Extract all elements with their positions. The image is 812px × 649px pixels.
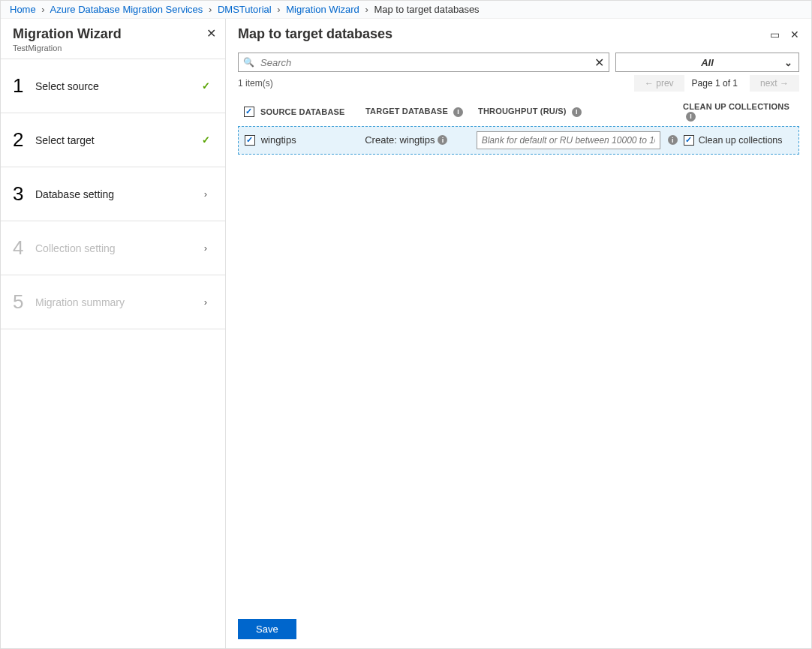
chevron-right-icon: › [41,4,44,15]
step-collection-setting[interactable]: 4 Collection setting › [1,221,225,275]
search-input[interactable] [259,56,594,69]
cleanup-label: Clean up collections [699,135,783,146]
column-throughput: Throughput (RU/s) [478,107,567,116]
chevron-right-icon: › [198,188,213,200]
save-button[interactable]: Save [238,619,296,639]
column-source-database: Source database [260,107,345,116]
search-input-wrap: 🔍 ✕ [238,53,609,72]
info-icon[interactable]: i [668,135,678,145]
step-select-source[interactable]: 1 Select source ✓ [1,59,225,113]
sidebar-subtitle: TestMigration [13,44,213,53]
step-number: 2 [13,128,35,152]
throughput-input[interactable] [477,131,660,149]
row-checkbox[interactable] [245,135,255,146]
restore-window-icon[interactable]: ▭ [770,29,780,41]
step-number: 3 [13,182,35,206]
prev-page-button[interactable]: ← prev [634,75,684,92]
close-icon[interactable]: ✕ [206,26,216,41]
cleanup-checkbox[interactable] [684,135,694,146]
step-label: Select source [35,80,198,92]
source-database-value: wingtips [261,134,296,146]
info-icon[interactable]: i [686,112,696,122]
next-page-button[interactable]: next → [750,75,799,92]
info-icon[interactable]: i [572,107,582,117]
info-icon[interactable]: i [438,135,447,145]
chevron-right-icon: › [365,4,368,15]
step-number: 1 [13,74,35,98]
filter-selected-label: All [701,57,714,68]
step-label: Select target [35,134,198,146]
page-indicator: Page 1 of 1 [692,78,738,89]
step-migration-summary[interactable]: 5 Migration summary › [1,275,225,329]
column-target-database: Target database [365,107,448,116]
select-all-checkbox[interactable] [244,107,254,117]
search-icon: 🔍 [243,57,254,68]
step-label: Database setting [35,188,198,200]
chevron-right-icon: › [198,296,213,308]
step-number: 4 [13,236,35,260]
info-icon[interactable]: i [453,107,463,117]
item-count: 1 item(s) [238,78,630,89]
breadcrumb-wizard[interactable]: Migration Wizard [286,4,359,15]
step-label: Migration summary [35,296,198,308]
step-number: 5 [13,290,35,314]
breadcrumb-dmstutorial[interactable]: DMSTutorial [218,4,272,15]
filter-dropdown[interactable]: All ⌄ [615,53,799,72]
step-select-target[interactable]: 2 Select target ✓ [1,113,225,167]
step-database-setting[interactable]: 3 Database setting › [1,167,225,221]
table-row: wingtips Create: wingtips i i [238,126,799,155]
chevron-right-icon: › [198,242,213,254]
clear-search-icon[interactable]: ✕ [594,56,604,70]
step-label: Collection setting [35,242,198,254]
breadcrumb-service[interactable]: Azure Database Migration Services [50,4,203,15]
main-panel: Map to target databases ▭ ✕ 🔍 ✕ All ⌄ 1 … [226,19,811,648]
checkmark-icon: ✓ [198,134,213,146]
sidebar-title: Migration Wizard [13,26,213,42]
chevron-down-icon: ⌄ [784,57,792,68]
checkmark-icon: ✓ [198,80,213,92]
target-database-value: Create: wingtips [365,134,435,146]
breadcrumb-home[interactable]: Home [10,4,36,15]
sidebar: Migration Wizard TestMigration ✕ 1 Selec… [1,19,226,648]
table-header: Source database Target database i Throug… [238,98,799,126]
chevron-right-icon: › [209,4,212,15]
page-title: Map to target databases [238,26,759,42]
close-icon[interactable]: ✕ [790,29,799,41]
column-cleanup: Clean up collections [683,102,789,111]
breadcrumb-current: Map to target databases [374,4,479,15]
breadcrumb: Home › Azure Database Migration Services… [1,1,811,19]
chevron-right-icon: › [277,4,280,15]
